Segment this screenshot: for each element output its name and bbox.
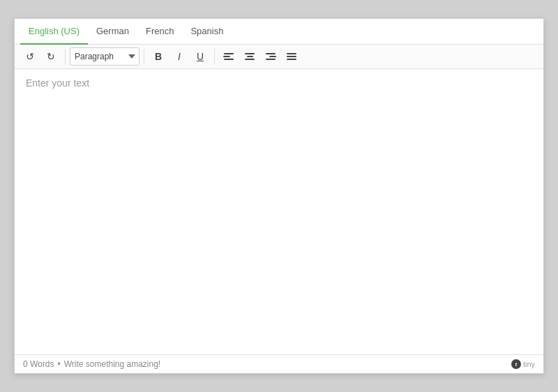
separator-2 bbox=[144, 49, 144, 64]
redo-icon: ↻ bbox=[47, 51, 55, 62]
tab-spanish[interactable]: Spanish bbox=[182, 19, 232, 45]
separator-1 bbox=[65, 49, 66, 64]
align-center-icon bbox=[244, 53, 255, 60]
tab-french[interactable]: French bbox=[137, 19, 182, 45]
align-group bbox=[219, 47, 301, 66]
paragraph-select[interactable]: Paragraph Heading 1 Heading 2 Heading 3 bbox=[70, 47, 140, 66]
separator-3 bbox=[214, 49, 215, 64]
redo-button[interactable]: ↻ bbox=[41, 47, 61, 66]
align-justify-button[interactable] bbox=[282, 47, 301, 66]
text-format-group: B I U bbox=[149, 47, 210, 66]
word-count: 0 Words bbox=[23, 359, 54, 369]
editor-container: English (US) German French Spanish ↻ ↻ P… bbox=[14, 18, 544, 374]
align-justify-icon bbox=[286, 53, 297, 60]
editor-toolbar: ↻ ↻ Paragraph Heading 1 Heading 2 Headin… bbox=[15, 45, 543, 69]
language-tabs: English (US) German French Spanish bbox=[15, 19, 543, 45]
paragraph-group: Paragraph Heading 1 Heading 2 Heading 3 bbox=[70, 47, 140, 66]
undo-button[interactable]: ↻ bbox=[20, 47, 40, 66]
tab-german[interactable]: German bbox=[88, 19, 137, 45]
tiny-branding: t tiny bbox=[511, 359, 535, 369]
align-center-button[interactable] bbox=[240, 47, 259, 66]
status-message: Write something amazing! bbox=[64, 359, 161, 369]
align-right-icon bbox=[265, 53, 276, 60]
undo-icon: ↻ bbox=[26, 51, 34, 62]
align-right-button[interactable] bbox=[261, 47, 280, 66]
editor-placeholder: Enter your text bbox=[26, 77, 89, 89]
tiny-logo-icon: t bbox=[511, 359, 521, 369]
italic-button[interactable]: I bbox=[169, 47, 189, 66]
underline-button[interactable]: U bbox=[190, 47, 210, 66]
align-left-icon bbox=[223, 53, 234, 60]
undo-redo-group: ↻ ↻ bbox=[20, 47, 61, 66]
tiny-logo-text: tiny bbox=[523, 360, 535, 368]
editor-body[interactable]: Enter your text bbox=[15, 69, 543, 354]
align-left-button[interactable] bbox=[219, 47, 239, 66]
status-separator: • bbox=[57, 359, 60, 369]
status-bar: 0 Words • Write something amazing! t tin… bbox=[15, 354, 543, 373]
bold-button[interactable]: B bbox=[149, 47, 168, 66]
tab-english[interactable]: English (US) bbox=[20, 19, 88, 45]
